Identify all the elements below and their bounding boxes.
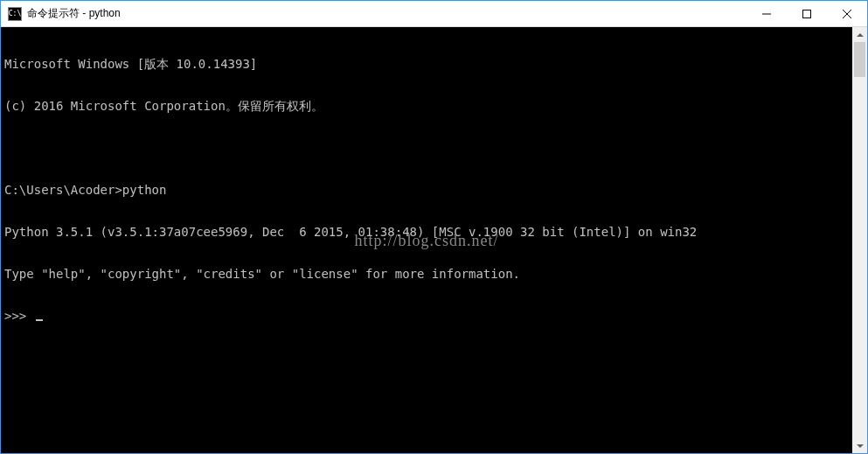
cursor — [36, 319, 43, 321]
output-line: C:\Users\Acoder>python — [4, 183, 849, 197]
command-prompt-window: C:\ 命令提示符 - python Microsoft Windows [版本… — [0, 0, 868, 454]
svg-marker-5 — [857, 444, 864, 448]
window-controls — [746, 1, 867, 26]
output-line: Type "help", "copyright", "credits" or "… — [4, 267, 849, 281]
python-prompt: >>> — [4, 309, 34, 323]
chevron-up-icon — [857, 33, 864, 37]
close-button[interactable] — [827, 1, 867, 26]
prompt-line: >>> — [4, 309, 849, 323]
svg-marker-4 — [857, 33, 864, 37]
app-icon: C:\ — [8, 7, 22, 21]
terminal-output[interactable]: Microsoft Windows [版本 10.0.14393] (c) 20… — [1, 27, 852, 453]
window-title: 命令提示符 - python — [27, 6, 746, 21]
scrollbar-thumb[interactable] — [854, 42, 865, 77]
output-line: Microsoft Windows [版本 10.0.14393] — [4, 57, 849, 71]
scroll-down-button[interactable] — [852, 438, 867, 453]
scroll-up-button[interactable] — [852, 27, 867, 42]
svg-rect-1 — [803, 10, 811, 17]
titlebar[interactable]: C:\ 命令提示符 - python — [1, 1, 867, 27]
output-line — [4, 141, 849, 155]
maximize-button[interactable] — [787, 1, 827, 26]
output-line: Python 3.5.1 (v3.5.1:37a07cee5969, Dec 6… — [4, 225, 849, 239]
minimize-button[interactable] — [746, 1, 787, 26]
minimize-icon — [762, 10, 771, 18]
vertical-scrollbar[interactable] — [852, 27, 867, 453]
maximize-icon — [802, 10, 811, 18]
chevron-down-icon — [857, 444, 864, 448]
close-icon — [843, 10, 851, 18]
terminal-area: Microsoft Windows [版本 10.0.14393] (c) 20… — [1, 27, 867, 453]
output-line: (c) 2016 Microsoft Corporation。保留所有权利。 — [4, 99, 849, 113]
scrollbar-track[interactable] — [852, 42, 867, 438]
